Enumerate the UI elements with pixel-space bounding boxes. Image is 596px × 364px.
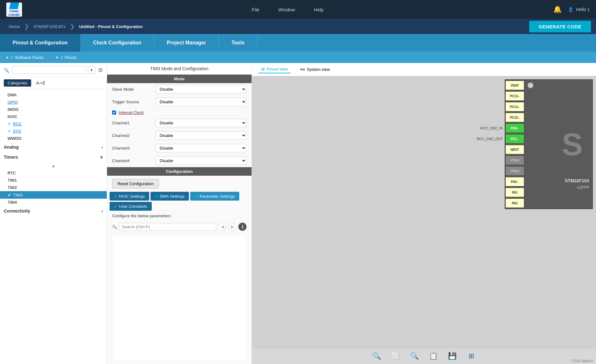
pin-vbat: VBAT: [505, 80, 592, 91]
check-circle-dma: ✔: [155, 194, 159, 199]
chip-toolbar: 🔍 ⬜ 🔍 📋 💾 ⊞ CSDN @kyle+: [252, 348, 596, 364]
search-dropdown-button[interactable]: ▾: [88, 66, 95, 74]
pin-box-vssa[interactable]: VSSA: [505, 156, 524, 165]
sidebar-item-rtc[interactable]: RTC: [0, 169, 107, 177]
pin-pc13: PC13-.: [505, 91, 592, 101]
pin-box-pa0[interactable]: PA0-.: [505, 177, 524, 186]
sidebar-item-tim4[interactable]: TIM4: [0, 199, 107, 206]
breadcrumb-home[interactable]: Home: [5, 19, 24, 34]
menu-help[interactable]: Help: [314, 7, 324, 12]
chip-body: VBAT PC13-. PC14-. PC15-.: [505, 79, 593, 209]
sidebar-group-connectivity[interactable]: Connectivity ›: [0, 206, 107, 216]
sidebar-item-sys[interactable]: ✓ SYS: [0, 128, 107, 135]
sidebar-item-dma[interactable]: DMA: [0, 91, 107, 99]
tab-nvic-settings[interactable]: ✔ NVIC Settings: [110, 192, 149, 201]
pin-box-pd0[interactable]: PD0-.: [505, 123, 524, 133]
system-view-button[interactable]: ≡≡ System view: [297, 66, 333, 73]
category-tab-categories[interactable]: Categories: [4, 79, 31, 87]
sidebar-item-tim3[interactable]: ✔ TIM3: [0, 191, 107, 199]
scroll-up-button[interactable]: ▲: [0, 162, 107, 169]
generate-code-button[interactable]: GENERATE CODE: [529, 21, 591, 32]
tab-dma-settings[interactable]: ✔ DMA Settings: [150, 192, 189, 201]
pin-box-vbat[interactable]: VBAT: [505, 81, 524, 90]
logo-area: STM32 CubeMX: [6, 3, 22, 17]
sidebar-item-wwdg[interactable]: WWDG: [0, 135, 107, 142]
sidebar-item-tim1[interactable]: TIM1: [0, 177, 107, 184]
chevron-down-icon-3: ∨: [100, 155, 103, 160]
mode-section: Mode Slave Mode Disable Trigger Source D…: [107, 75, 252, 167]
info-button[interactable]: ℹ: [238, 223, 247, 231]
breadcrumb-project[interactable]: Untitled - Pinout & Configuration: [75, 19, 146, 34]
pin-box-pa2[interactable]: PA2: [505, 198, 524, 208]
menu-file[interactable]: File: [252, 7, 259, 12]
sidebar-item-tim2[interactable]: TIM2: [0, 184, 107, 191]
sub-tab-bar: ▾ ✓ Software Packs ▾ ✓ Pinout: [0, 52, 596, 63]
search-input[interactable]: [12, 66, 85, 74]
channel2-label: Channel2: [112, 133, 153, 138]
pinout-view-button[interactable]: ⊞ Pinout view: [258, 65, 291, 73]
gear-icon[interactable]: ⚙: [98, 67, 103, 74]
pin-box-pd1[interactable]: PD1-.: [505, 134, 524, 144]
notification-bell-icon[interactable]: 🔔: [553, 5, 562, 14]
slave-mode-row: Slave Mode Disable: [107, 83, 252, 96]
sidebar-group-analog[interactable]: Analog ›: [0, 142, 107, 152]
channel2-select[interactable]: Disable: [156, 131, 247, 140]
sidebar-item-nvic[interactable]: NVIC: [0, 113, 107, 120]
pin-box-pa1[interactable]: PA1: [505, 188, 524, 197]
internal-clock-checkbox[interactable]: [112, 111, 116, 115]
chip-logo: S: [562, 126, 583, 162]
channel4-select[interactable]: Disable: [156, 156, 247, 165]
chip-area: VBAT PC13-. PC14-. PC15-.: [252, 76, 596, 364]
tab-parameter-settings[interactable]: ✔ Parameter Settings: [190, 192, 239, 201]
check-circle-nvic: ✔: [114, 194, 118, 199]
channel1-select[interactable]: Disable: [156, 119, 247, 127]
logo-subtext: CubeMX: [9, 13, 20, 17]
pin-box-vdda[interactable]: VDDA: [505, 166, 524, 176]
tab-project-manager[interactable]: Project Manager: [154, 34, 219, 52]
check-circle-icon: ✔: [8, 192, 11, 197]
chip-model-text: STM32F103: [565, 178, 589, 183]
zoom-in-button[interactable]: 🔍: [371, 350, 383, 362]
breadcrumb-chip[interactable]: STM32F103C8Tx: [30, 19, 70, 34]
category-tabs: Categories A->Z: [0, 77, 107, 89]
category-tab-az[interactable]: A->Z: [32, 79, 49, 87]
next-param-button[interactable]: ▷: [228, 223, 236, 231]
user-area: 👤 Hello 1: [568, 7, 590, 12]
sidebar-item-gpio[interactable]: GPIO: [0, 99, 107, 106]
check-circle-param: ✔: [195, 194, 198, 199]
export-button[interactable]: 💾: [447, 350, 458, 362]
trigger-source-select[interactable]: Disable: [156, 98, 247, 106]
pin-box-pc14[interactable]: PC14-.: [505, 102, 524, 111]
zoom-out-button[interactable]: 🔍: [409, 350, 420, 362]
sub-tab-pinout[interactable]: ▾ ✓ Pinout: [56, 55, 76, 60]
configure-params-text: Configure the below parameters :: [107, 211, 252, 221]
sidebar-item-rcc[interactable]: ✓ RCC: [0, 120, 107, 128]
tab-pinout-configuration[interactable]: Pinout & Configuration: [0, 34, 81, 52]
param-search-input[interactable]: [119, 223, 216, 231]
grid-button[interactable]: ⊞: [466, 350, 477, 362]
prev-param-button[interactable]: ◁: [218, 223, 226, 231]
tab-tools[interactable]: Tools: [219, 34, 257, 52]
chevron-down-icon-2: ▾: [56, 55, 58, 60]
tab-clock-configuration[interactable]: Clock Configuration: [81, 34, 154, 52]
tab-user-constants[interactable]: ✔ User Constants: [110, 202, 152, 211]
reset-config-button[interactable]: Reset Configuration: [112, 179, 159, 189]
nav-menu: File Window Help: [41, 7, 534, 12]
channel3-select[interactable]: Disable: [156, 144, 247, 152]
trigger-source-label: Trigger Source: [112, 100, 153, 104]
channel4-row: Channel4 Disable: [107, 155, 252, 167]
pin-box-nrst[interactable]: NRST: [505, 145, 524, 154]
sub-tab-software-packs[interactable]: ▾ ✓ Software Packs: [6, 55, 43, 60]
sidebar-group-timers[interactable]: Timers ∨: [0, 152, 107, 162]
copy-button[interactable]: 📋: [428, 350, 439, 362]
channel2-row: Channel2 Disable: [107, 129, 252, 142]
fit-screen-button[interactable]: ⬜: [390, 350, 401, 362]
slave-mode-select[interactable]: Disable: [156, 85, 247, 94]
pin-box-pc15[interactable]: PC15-.: [505, 113, 524, 122]
pin-box-pc13[interactable]: PC13-.: [505, 91, 524, 101]
param-content-area: [112, 236, 247, 361]
chevron-right-icon-2: ›: [101, 208, 103, 213]
sidebar-item-iwdg[interactable]: IWDG: [0, 106, 107, 113]
breadcrumb-bar: Home ❯ STM32F103C8Tx ❯ Untitled - Pinout…: [0, 19, 596, 34]
menu-window[interactable]: Window: [278, 7, 295, 12]
